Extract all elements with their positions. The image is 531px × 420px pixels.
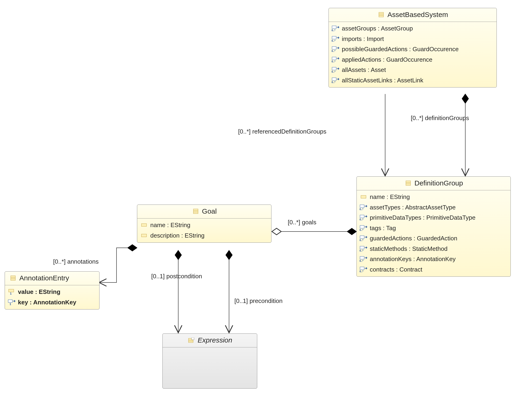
- attr-row: 0..* possibleGuardedActions : GuardOccur…: [329, 44, 497, 54]
- label-goals: [0..*] goals: [288, 219, 316, 226]
- ref-many-icon: 0..*: [332, 36, 339, 42]
- attr-text: guardedActions : GuardedAction: [370, 235, 457, 242]
- svg-text:0..*: 0..*: [359, 228, 363, 231]
- ref-many-icon: 0..*: [332, 56, 339, 63]
- class-Expression: Expression: [162, 333, 257, 389]
- attr-text: possibleGuardedActions : GuardOccurence: [342, 45, 459, 53]
- svg-rect-36: [142, 224, 146, 226]
- svg-rect-27: [360, 246, 364, 249]
- attr-icon: [140, 222, 148, 228]
- ref-many-icon: 0..*: [359, 204, 368, 210]
- class-header-DefinitionGroup: DefinitionGroup: [357, 177, 511, 190]
- svg-rect-13: [332, 78, 336, 80]
- svg-rect-29: [360, 256, 364, 259]
- class-name: AssetBasedSystem: [387, 11, 448, 19]
- svg-text:1: 1: [10, 302, 11, 305]
- attr-row: 0..* assetGroups : AssetGroup: [329, 23, 497, 34]
- attr-row: name : EString: [357, 192, 511, 202]
- attr-text: annotationKeys : AnnotationKey: [370, 255, 456, 263]
- class-name: Goal: [202, 207, 217, 215]
- svg-rect-11: [332, 67, 336, 70]
- attr-row: 0..* allAssets : Asset: [329, 65, 497, 75]
- attr-row: 0..* staticMethods : StaticMethod: [357, 244, 511, 254]
- class-name: AnnotationEntry: [19, 274, 69, 282]
- attr-row: 0..* appliedActions : GuardOccurence: [329, 54, 497, 65]
- uml-diagram-canvas: [0..*] referencedDefinitionGroups [0..*]…: [0, 0, 531, 420]
- class-header-AnnotationEntry: AnnotationEntry: [5, 271, 99, 285]
- label-annotations: [0..*] annotations: [53, 258, 98, 265]
- class-name: DefinitionGroup: [415, 179, 463, 187]
- svg-rect-15: [406, 181, 411, 185]
- attr-row: 0..* annotationKeys : AnnotationKey: [357, 254, 511, 264]
- class-body-Expression: [163, 347, 257, 389]
- attr-one-icon: 1: [8, 288, 16, 295]
- svg-text:0..*: 0..*: [332, 60, 336, 63]
- attr-row: 0..* primitiveDataTypes : PrimitiveDataT…: [357, 212, 511, 223]
- class-icon: [9, 275, 17, 281]
- attr-row: 0..* imports : Import: [329, 34, 497, 44]
- attr-text: imports : Import: [342, 35, 384, 43]
- attr-row: 0..* contracts : Contract: [357, 264, 511, 275]
- class-icon: [404, 180, 412, 186]
- svg-rect-23: [360, 225, 364, 228]
- class-header-Goal: Goal: [137, 205, 271, 219]
- svg-text:0..*: 0..*: [359, 218, 363, 221]
- attr-row: description : EString: [137, 230, 271, 241]
- svg-rect-7: [332, 46, 336, 49]
- svg-text:0..*: 0..*: [359, 270, 363, 272]
- edge-annotations: [99, 248, 137, 283]
- svg-rect-18: [361, 195, 366, 198]
- ref-many-icon: 0..*: [359, 266, 368, 273]
- class-AssetBasedSystem: AssetBasedSystem 0..* assetGroups : Asse…: [329, 8, 497, 88]
- attr-text: key : AnnotationKey: [18, 299, 76, 306]
- svg-rect-33: [193, 209, 198, 214]
- ref-many-icon: 0..*: [359, 214, 368, 221]
- svg-rect-3: [332, 26, 336, 29]
- svg-rect-38: [11, 276, 15, 280]
- svg-text:0..*: 0..*: [332, 70, 336, 73]
- svg-rect-25: [360, 236, 364, 239]
- svg-rect-19: [360, 205, 364, 208]
- svg-text:0..*: 0..*: [332, 39, 336, 42]
- svg-rect-9: [332, 57, 336, 60]
- label-definitionGroups: [0..*] definitionGroups: [411, 115, 469, 122]
- ref-many-icon: 0..*: [332, 46, 339, 52]
- svg-text:0..*: 0..*: [359, 249, 363, 252]
- attr-text: value : EString: [18, 288, 60, 296]
- svg-rect-41: [9, 289, 14, 292]
- attr-text: allStaticAssetLinks : AssetLink: [342, 76, 423, 84]
- attr-row: 0..* assetTypes : AbstractAssetType: [357, 202, 511, 213]
- attr-text: name : EString: [150, 221, 190, 229]
- label-postcondition: [0..1] postcondition: [151, 273, 202, 280]
- class-icon: [192, 208, 200, 214]
- ref-many-icon: 0..*: [332, 77, 339, 84]
- attr-text: staticMethods : StaticMethod: [370, 245, 448, 253]
- class-Goal: Goal name : EString description : EStrin…: [137, 205, 272, 243]
- svg-text:0..*: 0..*: [359, 208, 363, 210]
- ref-many-icon: 0..*: [359, 225, 368, 231]
- ref-many-icon: 0..*: [332, 67, 339, 73]
- class-header-AssetBasedSystem: AssetBasedSystem: [329, 8, 497, 22]
- package-class-icon: [187, 337, 195, 344]
- class-body-Goal: name : EString description : EString: [137, 219, 271, 242]
- class-DefinitionGroup: DefinitionGroup name : EString 0..* asse…: [356, 176, 511, 277]
- attr-text: contracts : Contract: [370, 266, 422, 273]
- attr-row: 0..* guardedActions : GuardedAction: [357, 233, 511, 244]
- attr-text: description : EString: [150, 232, 205, 240]
- svg-text:0..*: 0..*: [359, 259, 363, 262]
- ref-many-icon: 0..*: [359, 235, 368, 241]
- ref-one-icon: 1: [8, 299, 16, 305]
- class-header-Expression: Expression: [163, 334, 257, 347]
- attr-row: 1 value : EString: [5, 287, 99, 297]
- attr-text: assetGroups : AssetGroup: [342, 25, 413, 32]
- class-icon: [377, 11, 385, 18]
- attr-icon: [140, 232, 148, 239]
- label-precondition: [0..1] precondition: [234, 297, 283, 305]
- attr-text: appliedActions : GuardOccurence: [342, 56, 433, 63]
- class-name: Expression: [198, 336, 232, 344]
- svg-rect-48: [192, 338, 194, 340]
- class-AnnotationEntry: AnnotationEntry 1 value : EString 1 key …: [5, 271, 99, 310]
- attr-icon: [359, 194, 368, 200]
- label-referencedDefinitionGroups: [0..*] referencedDefinitionGroups: [238, 128, 326, 135]
- attr-row: 0..* allStaticAssetLinks : AssetLink: [329, 75, 497, 86]
